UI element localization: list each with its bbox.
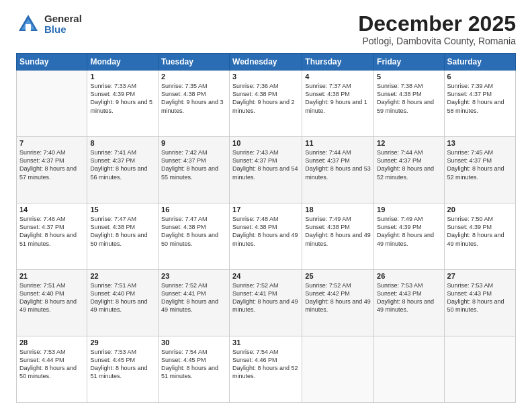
calendar-cell: 27Sunrise: 7:53 AM Sunset: 4:43 PM Dayli… bbox=[444, 270, 515, 336]
calendar-cell: 19Sunrise: 7:49 AM Sunset: 4:39 PM Dayli… bbox=[374, 203, 444, 270]
calendar-cell: 4Sunrise: 7:37 AM Sunset: 4:38 PM Daylig… bbox=[302, 71, 374, 137]
day-number: 25 bbox=[305, 272, 371, 280]
page: General Blue December 2025 Potlogi, Damb… bbox=[0, 0, 532, 411]
calendar-cell: 31Sunrise: 7:54 AM Sunset: 4:46 PM Dayli… bbox=[230, 336, 302, 403]
calendar-cell: 6Sunrise: 7:39 AM Sunset: 4:37 PM Daylig… bbox=[444, 71, 515, 137]
calendar-week-5: 28Sunrise: 7:53 AM Sunset: 4:44 PM Dayli… bbox=[17, 336, 516, 403]
calendar-cell: 10Sunrise: 7:43 AM Sunset: 4:37 PM Dayli… bbox=[230, 137, 302, 203]
day-number: 9 bbox=[161, 139, 226, 147]
cell-content: Sunrise: 7:49 AM Sunset: 4:39 PM Dayligh… bbox=[377, 215, 441, 248]
logo-general: General bbox=[44, 13, 82, 25]
weekday-header-monday: Monday bbox=[87, 54, 159, 71]
logo-text: General Blue bbox=[44, 13, 82, 36]
day-number: 2 bbox=[161, 73, 226, 81]
calendar-cell bbox=[17, 71, 87, 137]
cell-content: Sunrise: 7:53 AM Sunset: 4:44 PM Dayligh… bbox=[19, 348, 84, 381]
day-number: 8 bbox=[90, 139, 155, 147]
day-number: 21 bbox=[19, 272, 84, 280]
day-number: 27 bbox=[447, 272, 513, 280]
calendar-cell: 2Sunrise: 7:35 AM Sunset: 4:38 PM Daylig… bbox=[159, 71, 230, 137]
cell-content: Sunrise: 7:53 AM Sunset: 4:43 PM Dayligh… bbox=[447, 281, 513, 314]
day-number: 17 bbox=[232, 205, 299, 214]
calendar-cell: 7Sunrise: 7:40 AM Sunset: 4:37 PM Daylig… bbox=[17, 137, 87, 203]
calendar-cell: 23Sunrise: 7:52 AM Sunset: 4:41 PM Dayli… bbox=[159, 270, 230, 336]
day-number: 4 bbox=[305, 73, 371, 81]
calendar-cell: 26Sunrise: 7:53 AM Sunset: 4:43 PM Dayli… bbox=[374, 270, 444, 336]
calendar-cell: 21Sunrise: 7:51 AM Sunset: 4:40 PM Dayli… bbox=[17, 270, 87, 336]
cell-content: Sunrise: 7:36 AM Sunset: 4:38 PM Dayligh… bbox=[232, 82, 299, 115]
calendar-cell bbox=[444, 336, 515, 403]
cell-content: Sunrise: 7:52 AM Sunset: 4:41 PM Dayligh… bbox=[161, 281, 226, 314]
cell-content: Sunrise: 7:47 AM Sunset: 4:38 PM Dayligh… bbox=[90, 215, 155, 248]
calendar-table: SundayMondayTuesdayWednesdayThursdayFrid… bbox=[16, 53, 516, 403]
day-number: 30 bbox=[161, 338, 226, 347]
cell-content: Sunrise: 7:35 AM Sunset: 4:38 PM Dayligh… bbox=[161, 82, 226, 115]
day-number: 7 bbox=[19, 139, 84, 147]
title-block: December 2025 Potlogi, Dambovita County,… bbox=[358, 12, 516, 46]
cell-content: Sunrise: 7:47 AM Sunset: 4:38 PM Dayligh… bbox=[161, 215, 226, 248]
calendar-cell bbox=[302, 336, 374, 403]
calendar-cell: 18Sunrise: 7:49 AM Sunset: 4:38 PM Dayli… bbox=[302, 203, 374, 270]
header: General Blue December 2025 Potlogi, Damb… bbox=[16, 12, 516, 46]
month-title: December 2025 bbox=[358, 12, 516, 36]
calendar-cell: 14Sunrise: 7:46 AM Sunset: 4:37 PM Dayli… bbox=[17, 203, 87, 270]
cell-content: Sunrise: 7:41 AM Sunset: 4:37 PM Dayligh… bbox=[90, 148, 155, 181]
calendar-cell: 20Sunrise: 7:50 AM Sunset: 4:39 PM Dayli… bbox=[444, 203, 515, 270]
day-number: 6 bbox=[447, 73, 513, 81]
cell-content: Sunrise: 7:53 AM Sunset: 4:43 PM Dayligh… bbox=[377, 281, 441, 314]
day-number: 22 bbox=[90, 272, 155, 280]
day-number: 20 bbox=[447, 205, 513, 214]
logo-icon bbox=[16, 12, 40, 36]
cell-content: Sunrise: 7:51 AM Sunset: 4:40 PM Dayligh… bbox=[19, 281, 84, 314]
day-number: 18 bbox=[305, 205, 371, 214]
cell-content: Sunrise: 7:38 AM Sunset: 4:38 PM Dayligh… bbox=[377, 82, 441, 115]
cell-content: Sunrise: 7:44 AM Sunset: 4:37 PM Dayligh… bbox=[377, 148, 441, 181]
calendar-cell: 17Sunrise: 7:48 AM Sunset: 4:38 PM Dayli… bbox=[230, 203, 302, 270]
calendar-cell: 1Sunrise: 7:33 AM Sunset: 4:39 PM Daylig… bbox=[87, 71, 159, 137]
calendar-cell: 8Sunrise: 7:41 AM Sunset: 4:37 PM Daylig… bbox=[87, 137, 159, 203]
day-number: 16 bbox=[161, 205, 226, 214]
day-number: 24 bbox=[232, 272, 299, 280]
calendar-cell bbox=[374, 336, 444, 403]
day-number: 12 bbox=[377, 139, 441, 147]
day-number: 15 bbox=[90, 205, 155, 214]
cell-content: Sunrise: 7:45 AM Sunset: 4:37 PM Dayligh… bbox=[447, 148, 513, 181]
calendar-cell: 22Sunrise: 7:51 AM Sunset: 4:40 PM Dayli… bbox=[87, 270, 159, 336]
calendar-week-1: 1Sunrise: 7:33 AM Sunset: 4:39 PM Daylig… bbox=[17, 71, 516, 137]
cell-content: Sunrise: 7:52 AM Sunset: 4:42 PM Dayligh… bbox=[305, 281, 371, 314]
calendar-cell: 28Sunrise: 7:53 AM Sunset: 4:44 PM Dayli… bbox=[17, 336, 87, 403]
calendar-cell: 13Sunrise: 7:45 AM Sunset: 4:37 PM Dayli… bbox=[444, 137, 515, 203]
weekday-header-row: SundayMondayTuesdayWednesdayThursdayFrid… bbox=[17, 54, 516, 71]
day-number: 23 bbox=[161, 272, 226, 280]
day-number: 28 bbox=[19, 338, 84, 347]
weekday-header-friday: Friday bbox=[374, 54, 444, 71]
day-number: 5 bbox=[377, 73, 441, 81]
day-number: 11 bbox=[305, 139, 371, 147]
cell-content: Sunrise: 7:52 AM Sunset: 4:41 PM Dayligh… bbox=[232, 281, 299, 314]
day-number: 3 bbox=[232, 73, 299, 81]
cell-content: Sunrise: 7:37 AM Sunset: 4:38 PM Dayligh… bbox=[305, 82, 371, 115]
cell-content: Sunrise: 7:50 AM Sunset: 4:39 PM Dayligh… bbox=[447, 215, 513, 248]
logo-blue: Blue bbox=[44, 24, 82, 36]
calendar-cell: 25Sunrise: 7:52 AM Sunset: 4:42 PM Dayli… bbox=[302, 270, 374, 336]
cell-content: Sunrise: 7:40 AM Sunset: 4:37 PM Dayligh… bbox=[19, 148, 84, 181]
calendar-cell: 9Sunrise: 7:42 AM Sunset: 4:37 PM Daylig… bbox=[159, 137, 230, 203]
day-number: 13 bbox=[447, 139, 513, 147]
weekday-header-saturday: Saturday bbox=[444, 54, 515, 71]
logo: General Blue bbox=[16, 12, 82, 36]
svg-rect-2 bbox=[26, 24, 31, 31]
day-number: 14 bbox=[19, 205, 84, 214]
calendar-cell: 12Sunrise: 7:44 AM Sunset: 4:37 PM Dayli… bbox=[374, 137, 444, 203]
calendar-cell: 30Sunrise: 7:54 AM Sunset: 4:45 PM Dayli… bbox=[159, 336, 230, 403]
cell-content: Sunrise: 7:39 AM Sunset: 4:37 PM Dayligh… bbox=[447, 82, 513, 115]
calendar-cell: 29Sunrise: 7:53 AM Sunset: 4:45 PM Dayli… bbox=[87, 336, 159, 403]
cell-content: Sunrise: 7:33 AM Sunset: 4:39 PM Dayligh… bbox=[90, 82, 155, 115]
calendar-cell: 5Sunrise: 7:38 AM Sunset: 4:38 PM Daylig… bbox=[374, 71, 444, 137]
calendar-week-4: 21Sunrise: 7:51 AM Sunset: 4:40 PM Dayli… bbox=[17, 270, 516, 336]
weekday-header-tuesday: Tuesday bbox=[159, 54, 230, 71]
cell-content: Sunrise: 7:42 AM Sunset: 4:37 PM Dayligh… bbox=[161, 148, 226, 181]
cell-content: Sunrise: 7:43 AM Sunset: 4:37 PM Dayligh… bbox=[232, 148, 299, 181]
day-number: 1 bbox=[90, 73, 155, 81]
day-number: 10 bbox=[232, 139, 299, 147]
location: Potlogi, Dambovita County, Romania bbox=[358, 36, 516, 46]
